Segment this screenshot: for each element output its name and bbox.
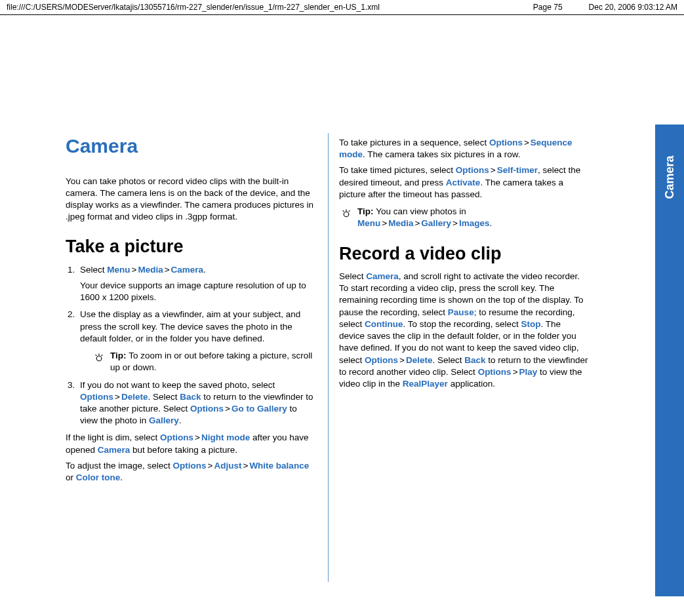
intro-paragraph: You can take photos or record video clip… [66,176,315,223]
svg-line-7 [349,210,350,212]
steps-list: Select Menu>Media>Camera. Your device su… [77,264,315,427]
page-indicator: Page 75 [533,3,563,12]
term-media: Media [138,265,163,275]
record-para: Select Camera, and scroll right to activ… [339,271,588,390]
page-title: Camera [66,133,315,160]
term-go-gallery: Go to Gallery [231,404,287,414]
step-1: Select Menu>Media>Camera. Your device su… [77,264,315,304]
term-gallery: Gallery [149,415,179,425]
term-options: Options [80,392,113,402]
timestamp: Dec 20, 2006 9:03:12 AM [589,3,677,12]
term-white-balance: White balance [249,461,309,471]
term-gallery: Gallery [421,218,451,228]
step-2: Use the display as a viewfinder, aim at … [77,309,315,374]
term-activate: Activate [446,178,481,187]
svg-point-0 [96,356,102,361]
step-1-body: Your device supports an image capture re… [80,280,315,303]
term-play: Play [519,367,538,377]
term-camera: Camera [98,445,131,455]
term-delete: Delete [121,392,148,402]
term-options: Options [365,355,398,365]
adjust-para: To adjust the image, select Options>Adju… [66,460,315,484]
self-timer-para: To take timed pictures, select Options>S… [339,164,588,201]
term-menu: Menu [107,265,130,275]
term-images: Images [459,218,490,228]
tip-zoom: Tip: To zoom in or out before taking a p… [92,350,315,374]
svg-line-1 [96,355,97,356]
term-camera: Camera [366,271,399,281]
term-camera: Camera [171,265,204,275]
tip-label: Tip: [357,206,376,216]
term-media: Media [388,218,413,228]
svg-line-5 [343,210,344,212]
term-options: Options [173,461,207,471]
term-stop: Stop [521,319,540,329]
term-back: Back [464,355,485,365]
term-options: Options [456,165,489,175]
term-realplayer: RealPlayer [403,379,448,389]
page-header: file:///C:/USERS/MODEServer/lkatajis/130… [0,0,684,15]
term-options: Options [489,138,523,147]
section-record-video: Record a video clip [339,242,588,265]
term-back: Back [180,392,201,402]
term-options: Options [190,404,224,414]
term-self-timer: Self-timer [497,165,538,175]
term-pause: Pause [448,307,474,317]
term-continue: Continue [365,319,403,329]
term-menu: Menu [357,218,380,228]
term-delete: Delete [406,355,433,365]
svg-line-3 [102,355,103,356]
tip-icon [92,351,106,364]
term-options: Options [478,367,512,377]
file-path: file:///C:/USERS/MODEServer/lkatajis/130… [7,3,507,12]
left-column: Camera You can take photos or record vid… [66,133,328,582]
step-3: If you do not want to keep the saved pho… [77,379,315,427]
term-options: Options [160,433,193,442]
right-column: To take pictures in a sequence, select O… [328,133,588,582]
page-body: Camera You can take photos or record vid… [0,15,684,615]
section-take-picture: Take a picture [66,235,315,258]
tip-view-photos: Tip: You can view photos in Menu>Media>G… [339,206,588,229]
tip-label: Tip: [110,351,129,360]
svg-point-4 [344,212,349,217]
sequence-para: To take pictures in a sequence, select O… [339,137,588,161]
tip-icon [339,206,353,220]
night-mode-para: If the light is dim, select Options>Nigh… [66,432,315,455]
term-color-tone: Color tone [76,472,121,482]
term-night-mode: Night mode [201,433,250,442]
term-adjust: Adjust [214,461,241,471]
